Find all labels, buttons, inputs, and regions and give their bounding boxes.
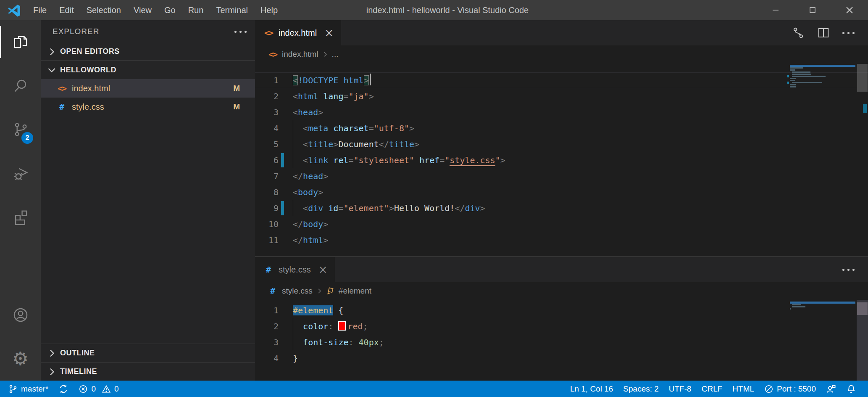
line-number: 2	[255, 88, 279, 104]
folder-section[interactable]: HELLOWORLD	[41, 61, 255, 79]
feedback-status[interactable]	[821, 381, 841, 397]
activity-bar-bottom: ⚙	[0, 293, 41, 381]
line-number: 3	[255, 334, 279, 350]
problems-status[interactable]: 0 0	[74, 381, 124, 397]
menu-run[interactable]: Run	[182, 0, 210, 20]
language-mode-status[interactable]: HTML	[727, 381, 759, 397]
minimize-button[interactable]	[757, 0, 794, 20]
outline-section[interactable]: OUTLINE	[41, 344, 255, 362]
eol-status[interactable]: CRLF	[697, 381, 728, 397]
menu-file[interactable]: File	[27, 0, 53, 20]
css-file-icon: #	[263, 265, 274, 275]
chevron-right-icon	[322, 51, 329, 58]
timeline-section[interactable]: TIMELINE	[41, 362, 255, 381]
html-file-icon: <>	[56, 83, 68, 93]
code-editor-css[interactable]: 1#element {2 color: red;3 font-size: 40p…	[255, 300, 868, 381]
modified-badge: M	[233, 102, 240, 111]
scrollbar-thumb[interactable]	[857, 64, 868, 92]
code-line[interactable]: 1#element {	[255, 302, 868, 318]
search-icon	[13, 78, 29, 94]
breadcrumb-file[interactable]: index.html	[282, 50, 318, 59]
explorer-activity-button[interactable]	[0, 20, 41, 64]
run-debug-activity-button[interactable]	[0, 151, 41, 195]
code-line[interactable]: 7</head>	[255, 168, 868, 184]
tab-index-html[interactable]: <> index.html ×	[255, 20, 341, 45]
code-line[interactable]: 3 font-size: 40px;	[255, 334, 868, 350]
notifications-status[interactable]	[841, 381, 861, 397]
text-cursor	[370, 74, 371, 85]
settings-button[interactable]: ⚙	[0, 337, 41, 381]
split-editor-icon[interactable]	[817, 26, 830, 39]
code-line[interactable]: 11</html>	[255, 232, 868, 248]
close-button[interactable]	[831, 0, 868, 20]
tab-bar: # style.css ×	[255, 257, 868, 282]
chevron-right-icon	[47, 47, 57, 57]
extensions-activity-button[interactable]	[0, 195, 41, 239]
breadcrumb-symbol[interactable]: ...	[332, 50, 339, 59]
menu-terminal[interactable]: Terminal	[210, 0, 254, 20]
line-number: 1	[255, 72, 279, 88]
search-activity-button[interactable]	[0, 64, 41, 108]
errors-count: 0	[91, 384, 96, 394]
code-editor-html[interactable]: 1<!DOCTYPE html>2<html lang="ja">3<head>…	[255, 63, 868, 257]
close-tab-icon[interactable]: ×	[324, 27, 334, 38]
sidebar-spacer	[41, 116, 255, 344]
file-item-index-html[interactable]: <> index.html M	[41, 79, 255, 98]
vscode-logo-icon	[7, 3, 21, 17]
open-editors-label: OPEN EDITORS	[60, 47, 120, 56]
code-line[interactable]: 4 <meta charset="utf-8">	[255, 120, 868, 136]
more-actions-icon[interactable]	[842, 269, 855, 271]
indent-guide	[293, 334, 293, 350]
line-number: 6	[255, 152, 279, 168]
folder-label: HELLOWORLD	[60, 66, 116, 74]
code-line[interactable]: 6 <link rel="stylesheet" href="style.css…	[255, 152, 868, 168]
minimap[interactable]	[787, 302, 855, 310]
cursor-position-status[interactable]: Ln 1, Col 16	[565, 381, 618, 397]
minimap[interactable]	[787, 65, 855, 88]
more-actions-icon[interactable]	[842, 32, 855, 34]
menu-edit[interactable]: Edit	[53, 0, 80, 20]
code-line[interactable]: 5 <title>Document</title>	[255, 136, 868, 152]
scrollbar[interactable]	[857, 63, 868, 257]
branch-status[interactable]: master*	[7, 381, 53, 397]
code-line[interactable]: 9 <div id="element">Hello World!</div>	[255, 200, 868, 216]
explorer-more-actions-icon[interactable]	[234, 31, 247, 33]
menu-help[interactable]: Help	[254, 0, 284, 20]
tab-style-css[interactable]: # style.css ×	[255, 257, 335, 282]
open-editors-section[interactable]: OPEN EDITORS	[41, 43, 255, 61]
indent-guide	[293, 200, 293, 216]
maximize-button[interactable]	[794, 0, 831, 20]
code-line[interactable]: 3<head>	[255, 104, 868, 120]
live-server-port-status[interactable]: Port : 5500	[759, 381, 821, 397]
menu-selection[interactable]: Selection	[80, 0, 127, 20]
code-line[interactable]: 8<body>	[255, 184, 868, 200]
css-file-icon: #	[267, 286, 279, 296]
menu-view[interactable]: View	[127, 0, 158, 20]
encoding-status[interactable]: UTF-8	[664, 381, 697, 397]
close-tab-icon[interactable]: ×	[318, 264, 328, 275]
activity-bar: 2	[0, 20, 41, 381]
branch-label: master*	[21, 384, 48, 394]
scrollbar-thumb[interactable]	[857, 302, 868, 315]
editor-actions	[792, 20, 868, 45]
code-line[interactable]: 4}	[255, 350, 868, 366]
menu-go[interactable]: Go	[158, 0, 182, 20]
file-item-style-css[interactable]: # style.css M	[41, 98, 255, 116]
breadcrumb-file[interactable]: style.css	[282, 286, 313, 296]
code-line[interactable]: 2<html lang="ja">	[255, 88, 868, 104]
open-changes-icon[interactable]	[792, 26, 805, 39]
extensions-icon	[13, 209, 29, 225]
source-control-activity-button[interactable]: 2	[0, 108, 41, 151]
run-and-debug-icon	[12, 165, 29, 182]
scrollbar[interactable]	[857, 300, 868, 381]
code-line[interactable]: 2 color: red;	[255, 318, 868, 334]
chevron-right-icon	[316, 288, 323, 294]
window-controls	[757, 0, 868, 20]
code-line[interactable]: 10</body>	[255, 216, 868, 232]
editor-group-html: <> index.html ×	[255, 20, 868, 257]
code-line[interactable]: 1<!DOCTYPE html>	[255, 72, 868, 88]
indentation-status[interactable]: Spaces: 2	[618, 381, 664, 397]
breadcrumb-symbol[interactable]: #element	[339, 286, 371, 296]
sync-status[interactable]	[53, 381, 74, 397]
accounts-button[interactable]	[0, 293, 41, 337]
